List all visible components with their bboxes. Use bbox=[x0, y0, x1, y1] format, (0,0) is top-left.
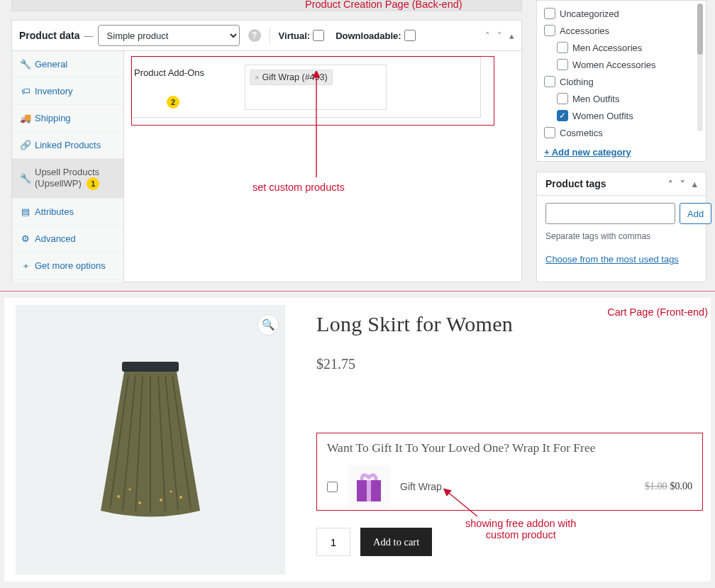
virtual-checkbox-label[interactable]: Virtual: bbox=[279, 30, 325, 41]
category-checkbox[interactable] bbox=[544, 8, 555, 19]
product-title: Long Skirt for Women bbox=[316, 312, 699, 336]
category-label: Men Outfits bbox=[572, 94, 619, 104]
truck-icon: 🚚 bbox=[21, 113, 31, 123]
frontend-preview: Cart Page (Front-end) 🔍 Long Skirt for W… bbox=[4, 298, 711, 582]
add-new-category-link[interactable]: + Add new category bbox=[537, 141, 638, 163]
annotation-showing-free: showing free addon withcustom product bbox=[465, 518, 576, 540]
addon-product-image[interactable] bbox=[348, 465, 390, 508]
product-data-header: Product data — Simple product ? Virtual:… bbox=[12, 21, 521, 51]
category-label: Cosmetics bbox=[560, 128, 603, 138]
addon-product-name: Gift Wrap bbox=[400, 481, 442, 492]
panel-down-icon[interactable]: ˅ bbox=[680, 179, 685, 189]
gear-icon: ⚙ bbox=[21, 234, 31, 244]
tab-linked-products[interactable]: 🔗Linked Products bbox=[12, 132, 123, 159]
tags-add-button[interactable]: Add bbox=[680, 203, 711, 224]
panel-collapse-icon[interactable]: ▴ bbox=[509, 30, 514, 41]
add-to-cart-button[interactable]: Add to cart bbox=[360, 528, 432, 556]
product-image[interactable]: 🔍 bbox=[16, 305, 285, 575]
category-item[interactable]: Women Accessories bbox=[537, 56, 706, 73]
plus-icon: ＋ bbox=[21, 261, 31, 271]
tags-help-text: Separate tags with commas bbox=[545, 231, 697, 241]
chip-remove-icon[interactable]: × bbox=[255, 73, 259, 82]
zoom-icon[interactable]: 🔍 bbox=[258, 315, 278, 335]
category-item[interactable]: Cosmetics bbox=[537, 124, 706, 141]
svg-rect-1 bbox=[122, 362, 179, 372]
svg-point-13 bbox=[129, 489, 131, 491]
category-checkbox[interactable] bbox=[544, 127, 555, 138]
product-tags-title: Product tags bbox=[545, 178, 606, 189]
category-checkbox[interactable] bbox=[557, 93, 568, 104]
virtual-checkbox[interactable] bbox=[313, 30, 324, 41]
svg-rect-16 bbox=[367, 480, 371, 501]
svg-point-11 bbox=[160, 499, 162, 501]
addon-offer-heading: Want To Gift It To Your Loved One? Wrap … bbox=[327, 440, 692, 455]
product-data-content: Product Add-Ons × Gift Wrap (#493) 2 bbox=[124, 51, 521, 282]
product-addons-label: Product Add-Ons bbox=[131, 57, 245, 78]
category-label: Clothing bbox=[560, 77, 594, 87]
annotation-badge-2: 2 bbox=[167, 96, 179, 109]
tab-inventory[interactable]: 🏷Inventory bbox=[12, 78, 123, 105]
product-categories-panel: UncategorizedAccessoriesMen AccessoriesW… bbox=[536, 0, 706, 162]
category-label: Accessories bbox=[560, 26, 609, 36]
panel-collapse-icon[interactable]: ▴ bbox=[692, 179, 697, 189]
product-price: $21.75 bbox=[316, 356, 699, 372]
category-item[interactable]: ✓Women Outfits bbox=[537, 107, 706, 124]
tab-general[interactable]: 🔧General bbox=[12, 51, 123, 78]
panel-up-icon[interactable]: ˄ bbox=[485, 30, 490, 41]
product-addons-row: Product Add-Ons × Gift Wrap (#493) 2 bbox=[131, 57, 481, 118]
panel-controls: ˄ ˅ ▴ bbox=[485, 30, 514, 41]
product-tags-panel: Product tags ˄ ˅ ▴ Add Separate tags wit… bbox=[536, 172, 706, 282]
category-item[interactable]: Men Outfits bbox=[537, 90, 706, 107]
svg-point-12 bbox=[179, 496, 182, 499]
tag-icon: 🏷 bbox=[21, 87, 31, 96]
skirt-illustration bbox=[90, 358, 211, 521]
wrench-icon: 🔧 bbox=[21, 60, 31, 70]
category-checkbox[interactable]: ✓ bbox=[557, 110, 568, 121]
category-checkbox[interactable] bbox=[557, 59, 568, 70]
product-data-tabs: 🔧General 🏷Inventory 🚚Shipping 🔗Linked Pr… bbox=[12, 51, 124, 282]
addon-chip-giftwrap[interactable]: × Gift Wrap (#493) bbox=[250, 70, 333, 85]
category-item[interactable]: Accessories bbox=[537, 22, 706, 39]
panel-down-icon[interactable]: ˅ bbox=[497, 30, 502, 41]
tab-attributes[interactable]: ▤Attributes bbox=[12, 199, 123, 226]
panel-up-icon[interactable]: ˄ bbox=[668, 179, 673, 189]
list-icon: ▤ bbox=[21, 207, 31, 217]
category-item[interactable]: Clothing bbox=[537, 73, 706, 90]
product-data-panel: Product data — Simple product ? Virtual:… bbox=[11, 20, 522, 282]
category-checkbox[interactable] bbox=[557, 42, 568, 53]
collapsed-panel-bar bbox=[11, 0, 522, 11]
link-icon: 🔗 bbox=[21, 140, 31, 150]
wrench-icon: 🔧 bbox=[21, 174, 31, 184]
addon-price: $1.00$0.00 bbox=[645, 481, 692, 492]
product-type-select[interactable]: Simple product bbox=[98, 25, 240, 46]
tags-input[interactable] bbox=[545, 203, 675, 224]
category-label: Men Accessories bbox=[572, 43, 642, 53]
product-addons-select[interactable]: × Gift Wrap (#493) bbox=[245, 65, 387, 110]
category-item[interactable]: Men Accessories bbox=[537, 39, 706, 56]
svg-point-9 bbox=[117, 495, 120, 498]
addon-offer-box: Want To Gift It To Your Loved One? Wrap … bbox=[316, 433, 703, 511]
help-icon[interactable]: ? bbox=[248, 29, 261, 42]
category-label: Uncategorized bbox=[560, 9, 619, 19]
category-checkbox[interactable] bbox=[544, 25, 555, 36]
downloadable-checkbox-label[interactable]: Downloadable: bbox=[336, 30, 415, 41]
product-data-title: Product data bbox=[19, 30, 80, 41]
tab-get-more-options[interactable]: ＋Get more options bbox=[12, 253, 123, 279]
addon-checkbox[interactable] bbox=[327, 482, 338, 492]
choose-most-used-tags-link[interactable]: Choose from the most used tags bbox=[545, 254, 679, 265]
downloadable-checkbox[interactable] bbox=[404, 30, 416, 41]
tab-advanced[interactable]: ⚙Advanced bbox=[12, 226, 123, 253]
scrollbar-thumb[interactable] bbox=[697, 4, 703, 55]
svg-point-10 bbox=[138, 501, 141, 504]
tab-shipping[interactable]: 🚚Shipping bbox=[12, 105, 123, 132]
tab-upsell-products[interactable]: 🔧 Upsell Products (UpsellWP) 1 bbox=[12, 159, 123, 199]
quantity-input[interactable] bbox=[316, 528, 350, 556]
category-label: Women Outfits bbox=[572, 111, 633, 121]
annotation-divider bbox=[0, 291, 715, 292]
annotation-badge-1: 1 bbox=[87, 177, 99, 190]
svg-point-14 bbox=[170, 491, 172, 493]
category-checkbox[interactable] bbox=[544, 76, 555, 87]
category-item[interactable]: Uncategorized bbox=[537, 5, 706, 22]
category-label: Women Accessories bbox=[572, 60, 656, 70]
